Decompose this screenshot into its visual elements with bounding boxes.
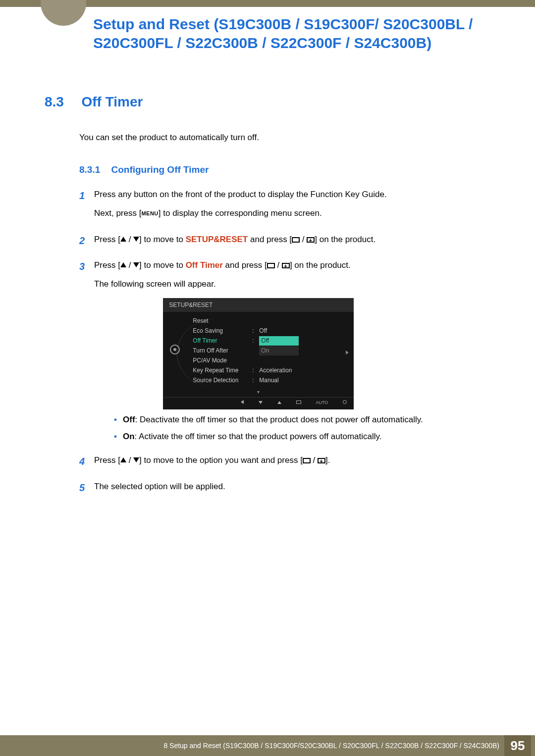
up-arrow-icon (120, 262, 126, 267)
down-arrow-icon: ▾ (163, 388, 354, 397)
osd-title: SETUP&RESET (163, 298, 354, 312)
step-text: Next, press [MENU] to display the corres… (94, 207, 387, 220)
osd-nav-icons: AUTO (163, 397, 354, 407)
osd-arc-decoration (177, 319, 216, 388)
osd-item-value: Manual (259, 376, 354, 385)
step-1: 1 Press any button on the front of the p… (79, 188, 505, 226)
section-title: Off Timer (81, 94, 143, 110)
footer-breadcrumb: 8 Setup and Reset (S19C300B / S19C300F/S… (163, 742, 499, 750)
option-bullets: • Off: Deactivate the off timer so that … (114, 413, 423, 444)
menu-key-label: MENU (141, 209, 158, 218)
down-arrow-icon (259, 401, 263, 404)
right-arrow-icon (346, 351, 349, 354)
step-4: 4 Press [ / ] to move to the option you … (79, 454, 505, 473)
step-text: Press [ / ] to move to SETUP&RESET and p… (94, 233, 375, 246)
text: ] on the product. (290, 260, 351, 270)
text: Press [ (94, 455, 120, 465)
text: and press [ (223, 260, 267, 270)
text: ] to move to the option you want and pre… (139, 455, 303, 465)
enter-icon (307, 237, 315, 243)
page-number: 95 (504, 735, 531, 756)
step-3: 3 Press [ / ] to move to Off Timer and p… (79, 259, 505, 447)
bullet-icon: • (114, 430, 123, 443)
source-icon (303, 458, 311, 463)
down-arrow-icon (133, 262, 139, 267)
bullet-on: • On: Activate the off timer so that the… (114, 430, 423, 443)
section-intro: You can set the product to automatically… (79, 133, 505, 143)
step-text: Press [ / ] to move to Off Timer and pre… (94, 259, 423, 272)
step-text: The selected option will be applied. (94, 480, 225, 493)
text: ] to display the corresponding menu scre… (159, 208, 322, 218)
section-heading: 8.3 Off Timer (45, 94, 505, 110)
source-icon (292, 237, 300, 243)
up-arrow-icon (277, 401, 281, 404)
enter-icon (318, 458, 325, 463)
osd-item-option: On (259, 346, 299, 355)
steps-list: 1 Press any button on the front of the p… (79, 188, 505, 499)
source-icon (296, 401, 301, 404)
subsection-title: Configuring Off Timer (111, 164, 209, 175)
bullet-off: • Off: Deactivate the off timer so that … (114, 413, 423, 426)
chapter-title: Setup and Reset (S19C300B / S19C300F/ S2… (93, 15, 505, 52)
step-text: The following screen will appear. (94, 278, 423, 291)
up-arrow-icon (120, 457, 126, 462)
keyword-off-timer: Off Timer (186, 260, 223, 270)
step-text: Press any button on the front of the pro… (94, 188, 387, 201)
text: ] to move to (139, 260, 186, 270)
step-text: Press [ / ] to move to the option you wa… (94, 454, 330, 467)
bullet-label: Off (123, 415, 135, 424)
keyword-setup-reset: SETUP&RESET (186, 235, 248, 244)
step-number: 1 (79, 188, 94, 226)
step-5: 5 The selected option will be applied. (79, 480, 505, 499)
enter-icon (282, 263, 290, 268)
osd-item-value-highlight: Off (259, 336, 299, 346)
page-footer: 8 Setup and Reset (S19C300B / S19C300F/S… (0, 735, 535, 756)
osd-item-value: Acceleration (259, 366, 354, 375)
source-icon (267, 263, 275, 268)
step-2: 2 Press [ / ] to move to SETUP&RESET and… (79, 233, 505, 252)
bullet-label: On (123, 432, 135, 441)
bullet-text: : Activate the off timer so that the pro… (135, 432, 382, 441)
power-icon (343, 400, 347, 404)
subsection-heading: 8.3.1 Configuring Off Timer (79, 164, 505, 175)
auto-label: AUTO (316, 400, 328, 406)
subsection-number: 8.3.1 (79, 164, 109, 175)
left-arrow-icon (241, 400, 244, 404)
step-number: 5 (79, 480, 94, 499)
osd-screenshot: SETUP&RESET Reset Eco Saving:Off Off Tim… (163, 298, 354, 409)
text: and press [ (248, 235, 292, 244)
section-body: 8.3 Off Timer You can set the product to… (45, 94, 505, 506)
down-arrow-icon (133, 457, 139, 462)
text: ] on the product. (315, 235, 375, 244)
text: ] to move to (139, 235, 186, 244)
down-arrow-icon (133, 237, 139, 242)
osd-item-value: Off (259, 326, 354, 336)
text: Press [ (94, 260, 120, 270)
text: Press [ (94, 235, 120, 244)
chapter-number-circle (41, 0, 86, 26)
text: ]. (325, 455, 330, 465)
step-number: 3 (79, 259, 94, 447)
step-number: 2 (79, 233, 94, 252)
up-arrow-icon (120, 237, 126, 242)
step-number: 4 (79, 454, 94, 473)
bullet-icon: • (114, 413, 123, 426)
section-number: 8.3 (45, 94, 79, 110)
bullet-text: : Deactivate the off timer so that the p… (135, 415, 423, 424)
text: Next, press [ (94, 208, 141, 218)
